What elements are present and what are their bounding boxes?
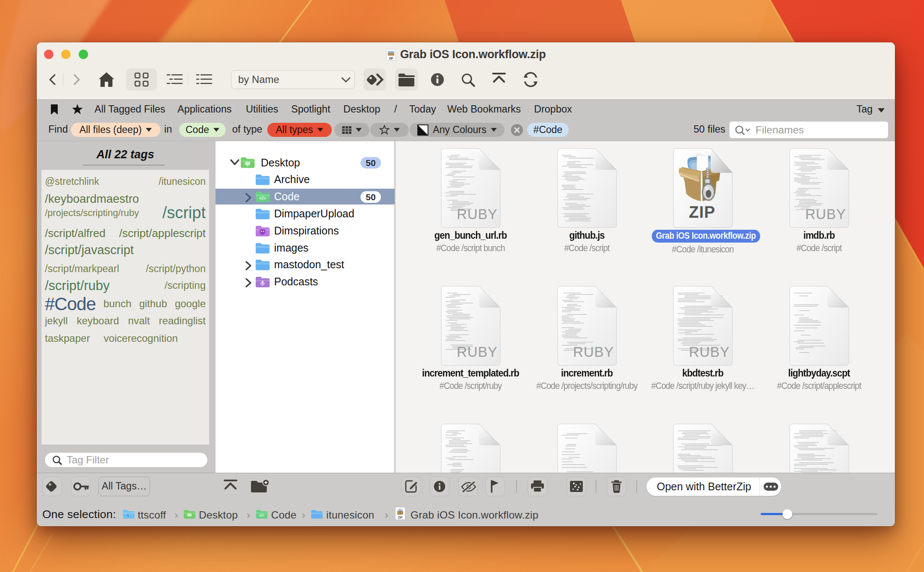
svg-text:ZIP: ZIP [688, 203, 715, 221]
svg-text:RUBY: RUBY [457, 344, 498, 360]
svg-text:</>: </> [259, 514, 264, 518]
svg-text:RUBY: RUBY [689, 344, 730, 360]
svg-text:RUBY: RUBY [457, 206, 498, 222]
svg-text:RUBY: RUBY [805, 206, 846, 222]
svg-text:ZIP: ZIP [389, 57, 393, 60]
svg-text:ZIP: ZIP [398, 516, 403, 519]
svg-text:RUBY: RUBY [573, 344, 614, 360]
svg-text:</>: </> [259, 196, 266, 201]
